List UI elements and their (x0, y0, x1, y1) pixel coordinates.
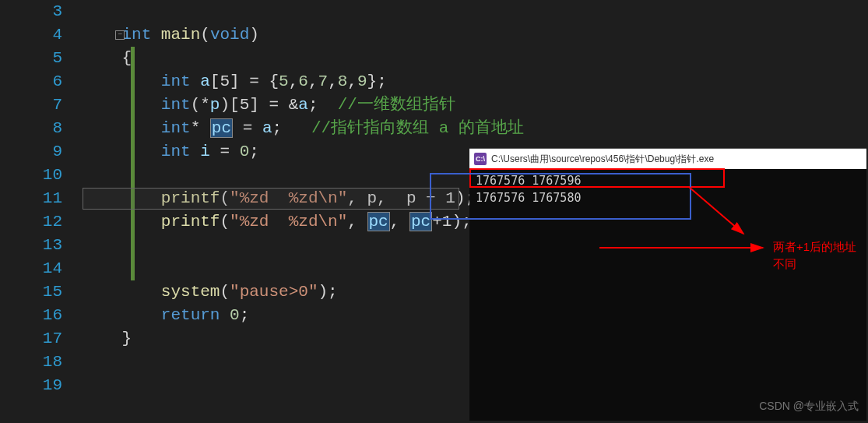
number: 5 (279, 72, 289, 90)
equals: = (240, 72, 269, 90)
array-dim: [5] (210, 72, 240, 90)
change-marker (131, 257, 135, 280)
line-number: 3 (0, 0, 62, 23)
comma: , (390, 213, 409, 231)
equals: = (233, 119, 262, 137)
change-marker (131, 70, 135, 93)
keyword-int: int (161, 119, 191, 137)
string-format: "%zd %zd\n" (230, 189, 347, 207)
number: 6 (298, 72, 308, 90)
keyword-int: int (121, 26, 151, 44)
brace: } (367, 72, 378, 90)
code-line-5[interactable]: { (83, 47, 868, 70)
keyword-int: int (161, 96, 191, 114)
line-number: 18 (0, 351, 62, 374)
annotation-text-line: 不同 (773, 256, 856, 273)
function-printf: printf (161, 189, 220, 207)
change-marker (131, 93, 135, 117)
line-number: 4 (0, 23, 62, 47)
console-titlebar[interactable]: C:\ C:\Users\曲用\source\repos\456\指针\Debu… (469, 149, 866, 169)
console-output-line: 1767576 1767596 (476, 172, 860, 189)
change-marker (131, 164, 135, 187)
brace: { (269, 72, 279, 90)
number-zero: 0 (230, 306, 240, 324)
code-line-8[interactable]: int* pc = a; //指针指向数组 a 的首地址 (83, 117, 868, 140)
change-marker (131, 47, 135, 70)
keyword-int: int (161, 72, 191, 90)
annotation-label: 两者+1后的地址 不同 (773, 238, 856, 273)
var-pc: pc (212, 119, 231, 137)
equals: = (259, 96, 289, 114)
line-number: 10 (0, 164, 62, 187)
var-pc: pc (369, 213, 388, 231)
string-arg: "pause>0" (230, 283, 318, 301)
line-number: 16 (0, 304, 62, 327)
code-line-7[interactable]: int(*p)[5] = &a; //一维数组指针 (83, 93, 868, 117)
change-marker (131, 140, 135, 164)
comment: //一维数组指针 (338, 96, 455, 114)
var-p: p (210, 96, 220, 114)
line-number: 11 (0, 187, 62, 210)
equals: = (210, 143, 240, 160)
var-a: a (298, 96, 308, 114)
line-number: 19 (0, 374, 62, 397)
line-number: 14 (0, 257, 62, 280)
comma: , (347, 213, 367, 231)
line-number: 15 (0, 280, 62, 304)
console-output: 1767576 1767596 1767576 1767580 (469, 169, 866, 210)
change-marker (131, 117, 135, 140)
comment: //指针指向数组 a 的首地址 (311, 119, 524, 137)
array-dim: [5] (230, 96, 259, 114)
keyword-return: return (161, 306, 220, 324)
selection-pc: pc (409, 212, 432, 231)
code-line-4[interactable]: − int main(void) (83, 23, 868, 47)
change-marker (131, 187, 135, 210)
fold-collapse-icon[interactable]: − (115, 30, 125, 40)
function-system: system (161, 283, 220, 301)
console-output-line: 1767576 1767580 (476, 189, 860, 206)
number-zero: 0 (240, 143, 250, 160)
code-line-6[interactable]: int a[5] = {5,6,7,8,9}; (83, 70, 868, 93)
ampersand: & (289, 96, 299, 114)
console-app-icon: C:\ (474, 153, 487, 165)
code-line-3[interactable] (83, 0, 868, 23)
keyword-void: void (210, 26, 249, 44)
plus-one: +1 (432, 213, 452, 231)
selection-pc: pc (367, 212, 390, 231)
string-format: "%zd %zd\n" (230, 213, 347, 231)
line-number: 7 (0, 93, 62, 117)
line-number: 17 (0, 327, 62, 351)
line-number: 6 (0, 70, 62, 93)
var-a: a (262, 119, 272, 137)
line-number: 12 (0, 210, 62, 234)
console-window[interactable]: C:\ C:\Users\曲用\source\repos\456\指针\Debu… (469, 148, 866, 421)
line-number: 8 (0, 117, 62, 140)
number: 8 (338, 72, 348, 90)
watermark-text: CSDN @专业嵌入式 (759, 400, 859, 414)
args: , p, p + 1 (347, 189, 455, 207)
var-i: i (200, 143, 210, 160)
var-pc: pc (411, 213, 430, 231)
number: 9 (357, 72, 367, 90)
selection-pc: pc (210, 118, 233, 138)
line-number: 13 (0, 234, 62, 257)
line-number: 5 (0, 47, 62, 70)
change-marker (131, 210, 135, 234)
console-title: C:\Users\曲用\source\repos\456\指针\Debug\指针… (491, 153, 714, 166)
var-a: a (200, 72, 210, 90)
change-marker (131, 234, 135, 257)
function-printf: printf (161, 213, 220, 231)
line-number-gutter: 3 4 5 6 7 8 9 10 11 12 13 14 15 16 17 18… (0, 0, 76, 423)
number: 7 (318, 72, 329, 90)
annotation-text-line: 两者+1后的地址 (773, 238, 856, 256)
keyword-int: int (161, 143, 191, 160)
line-number: 9 (0, 140, 62, 164)
brace-close: } (121, 330, 132, 347)
function-main: main (161, 26, 200, 44)
